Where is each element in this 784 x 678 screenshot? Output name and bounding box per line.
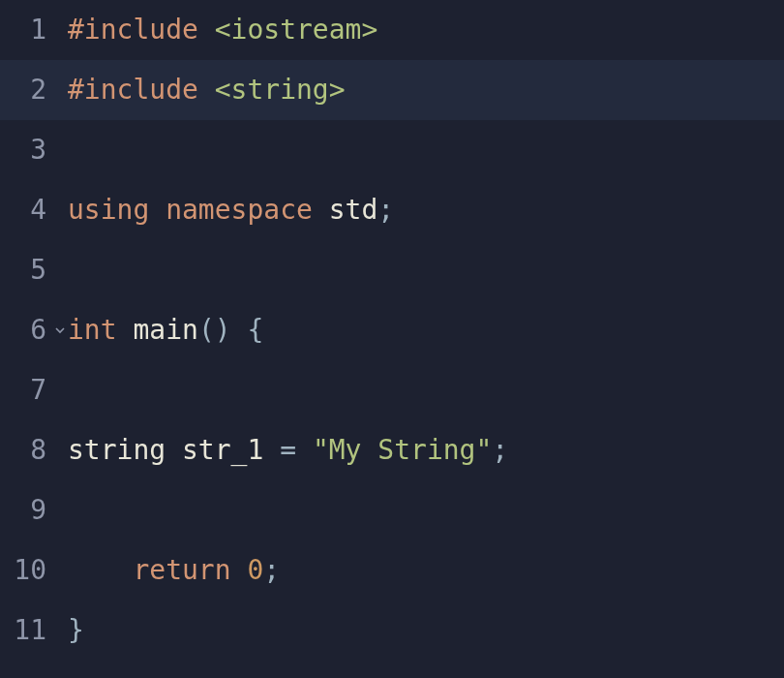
code-token: return: [133, 554, 230, 586]
line-number: 9: [0, 480, 68, 540]
code-token: std: [329, 194, 378, 226]
line-number: 5: [0, 240, 68, 300]
fold-collapse-icon[interactable]: [54, 324, 66, 336]
code-token: [117, 314, 134, 346]
line-content[interactable]: }: [68, 601, 784, 661]
line-content[interactable]: using namespace std;: [68, 180, 784, 240]
code-token: [263, 434, 280, 466]
code-token: [149, 194, 166, 226]
code-token: main: [133, 314, 197, 346]
code-token: [313, 194, 329, 226]
code-token: 0: [247, 554, 263, 586]
code-line[interactable]: 9: [0, 480, 784, 540]
code-token: {: [247, 314, 263, 346]
code-token: =: [280, 434, 296, 466]
code-line[interactable]: 7: [0, 360, 784, 420]
code-token: [231, 314, 248, 346]
line-number: 7: [0, 360, 68, 420]
code-token: [68, 554, 133, 586]
code-token: (): [198, 314, 231, 346]
code-line[interactable]: 10 return 0;: [0, 540, 784, 601]
line-number: 10: [0, 540, 68, 601]
code-token: [166, 434, 182, 466]
code-token: [231, 554, 248, 586]
line-content[interactable]: return 0;: [68, 540, 784, 601]
code-line[interactable]: 3: [0, 120, 784, 180]
code-token: int: [68, 314, 117, 346]
line-number: 6: [0, 300, 68, 360]
code-token: string: [68, 434, 166, 466]
code-editor[interactable]: 1#include <iostream>2#include <string>34…: [0, 0, 784, 678]
code-line[interactable]: 6int main() {: [0, 300, 784, 360]
code-token: #include: [68, 14, 198, 46]
code-token: str_1: [182, 434, 263, 466]
code-token: [198, 14, 215, 46]
code-token: <string>: [215, 74, 346, 106]
line-content[interactable]: string str_1 = "My String";: [68, 420, 784, 480]
code-token: #include: [68, 74, 198, 106]
line-number: 1: [0, 0, 68, 60]
code-line[interactable]: 11}: [0, 601, 784, 661]
code-token: namespace: [166, 194, 313, 226]
line-number: 3: [0, 120, 68, 180]
line-content[interactable]: #include <string>: [68, 60, 784, 120]
code-token: "My String": [313, 434, 492, 466]
line-number: 2: [0, 60, 68, 120]
code-token: ;: [263, 554, 280, 586]
code-token: ;: [492, 434, 508, 466]
code-token: <iostream>: [215, 14, 378, 46]
code-token: [296, 434, 313, 466]
code-token: using: [68, 194, 149, 226]
code-line[interactable]: 4using namespace std;: [0, 180, 784, 240]
line-content[interactable]: int main() {: [68, 300, 784, 360]
code-token: }: [68, 614, 84, 646]
code-line[interactable]: 5: [0, 240, 784, 300]
code-line[interactable]: 8string str_1 = "My String";: [0, 420, 784, 480]
line-number: 11: [0, 601, 68, 661]
code-token: ;: [377, 194, 394, 226]
line-number: 4: [0, 180, 68, 240]
line-content[interactable]: #include <iostream>: [68, 0, 784, 60]
code-token: [198, 74, 215, 106]
code-line[interactable]: 1#include <iostream>: [0, 0, 784, 60]
code-line[interactable]: 2#include <string>: [0, 60, 784, 120]
line-number: 8: [0, 420, 68, 480]
